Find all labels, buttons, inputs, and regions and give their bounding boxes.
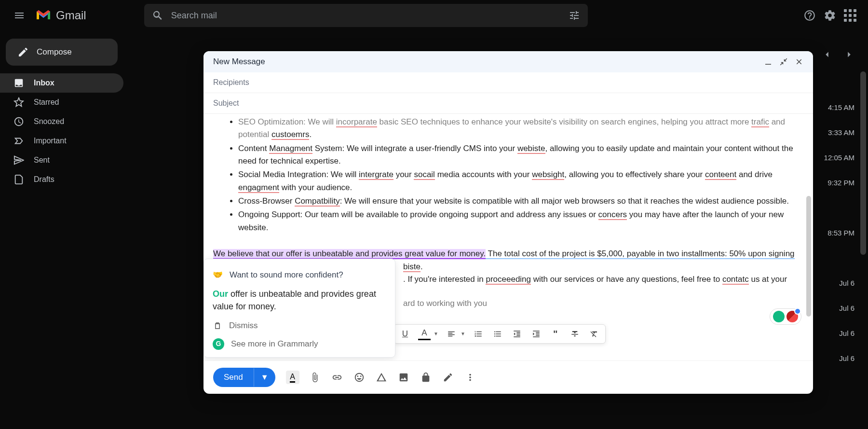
- body-scrollbar[interactable]: [806, 196, 811, 317]
- handshake-icon: 🤝: [213, 269, 223, 281]
- apps-icon[interactable]: [844, 9, 856, 22]
- grammarly-icon: G: [213, 338, 224, 350]
- emoji-button[interactable]: [353, 371, 366, 384]
- grammarly-see-more[interactable]: GSee more in Grammarly: [204, 335, 395, 353]
- sidebar-item-inbox[interactable]: Inbox: [0, 73, 123, 93]
- indent-left-button[interactable]: [511, 328, 523, 340]
- minimize-icon[interactable]: [764, 57, 773, 66]
- app-name: Gmail: [56, 9, 86, 22]
- sidebar-item-sent[interactable]: Sent: [0, 151, 123, 170]
- settings-icon[interactable]: [824, 9, 836, 22]
- subject-field[interactable]: Subject: [203, 93, 813, 114]
- text-color-button[interactable]: A: [418, 328, 431, 340]
- drive-button[interactable]: [375, 371, 388, 384]
- clear-format-button[interactable]: [588, 328, 600, 340]
- signature-button[interactable]: [441, 371, 455, 384]
- compose-button[interactable]: Compose: [6, 39, 118, 66]
- send-button[interactable]: Send ▼: [213, 368, 275, 387]
- pencil-icon: [17, 46, 29, 58]
- gmail-logo[interactable]: Gmail: [35, 9, 86, 22]
- compose-footer: Send ▼ A: [203, 360, 813, 394]
- grammarly-dismiss[interactable]: Dismiss: [204, 317, 395, 335]
- compose-title: New Message: [213, 57, 265, 67]
- compose-body[interactable]: SEO Optimization: We will incorparate ba…: [203, 114, 813, 360]
- send-options-button[interactable]: ▼: [254, 368, 275, 387]
- help-icon[interactable]: [803, 9, 816, 22]
- recipients-field[interactable]: Recipients: [203, 72, 813, 93]
- confidential-button[interactable]: [419, 371, 433, 384]
- star-icon: [14, 97, 24, 108]
- inbox-icon: [14, 78, 24, 88]
- close-icon[interactable]: [795, 57, 803, 66]
- format-toolbar: U A▼ ▼ ": [393, 324, 606, 344]
- image-button[interactable]: [397, 371, 410, 384]
- important-icon: [14, 136, 24, 146]
- compose-label: Compose: [37, 47, 72, 57]
- prev-icon[interactable]: [822, 49, 832, 60]
- bullet-list-button[interactable]: [491, 328, 504, 340]
- search-icon: [152, 10, 163, 21]
- link-button[interactable]: [330, 371, 344, 384]
- text-format-button[interactable]: A: [286, 371, 299, 384]
- sent-icon: [14, 155, 24, 166]
- sidebar: Compose Inbox Starred Snoozed Important …: [0, 31, 123, 429]
- sidebar-item-starred[interactable]: Starred: [0, 93, 123, 112]
- more-button[interactable]: [463, 371, 477, 384]
- indent-right-button[interactable]: [530, 328, 542, 340]
- search-bar[interactable]: [144, 4, 588, 27]
- next-icon[interactable]: [844, 49, 854, 60]
- numbered-list-button[interactable]: [472, 328, 485, 340]
- quote-button[interactable]: ": [549, 328, 562, 340]
- grammarly-popup: 🤝Want to sound more confident? Our offer…: [203, 259, 395, 358]
- attach-button[interactable]: [308, 371, 322, 384]
- drafts-icon: [14, 174, 24, 185]
- trash-icon: [213, 321, 222, 331]
- compose-window: New Message Recipients Subject SEO Optim…: [203, 51, 813, 394]
- sidebar-item-drafts[interactable]: Drafts: [0, 170, 123, 189]
- grammarly-green-icon: [773, 311, 785, 322]
- tune-icon[interactable]: [569, 10, 580, 21]
- menu-button[interactable]: [8, 4, 31, 27]
- strikethrough-button[interactable]: [569, 328, 581, 340]
- email-timestamps: 4:15 AM3:33 AM12:05 AM9:32 PM8:53 PMJul …: [824, 103, 854, 364]
- grammarly-highlight[interactable]: We believe that our offer is unbeatable …: [213, 249, 486, 259]
- grammarly-suggestion[interactable]: Our offer is unbeatable and provides gre…: [204, 284, 395, 316]
- inbox-scrollbar[interactable]: [860, 71, 866, 255]
- popout-icon[interactable]: [779, 57, 788, 66]
- align-button[interactable]: [445, 328, 458, 340]
- compose-header: New Message: [203, 51, 813, 72]
- grammarly-prompt: Want to sound more confident?: [230, 269, 343, 281]
- search-input[interactable]: [171, 11, 569, 21]
- underline-button[interactable]: U: [399, 328, 411, 340]
- clock-icon: [14, 116, 24, 127]
- grammarly-red-icon: [787, 311, 798, 322]
- sidebar-item-snoozed[interactable]: Snoozed: [0, 112, 123, 131]
- sidebar-item-important[interactable]: Important: [0, 131, 123, 151]
- grammarly-badge[interactable]: [770, 308, 801, 325]
